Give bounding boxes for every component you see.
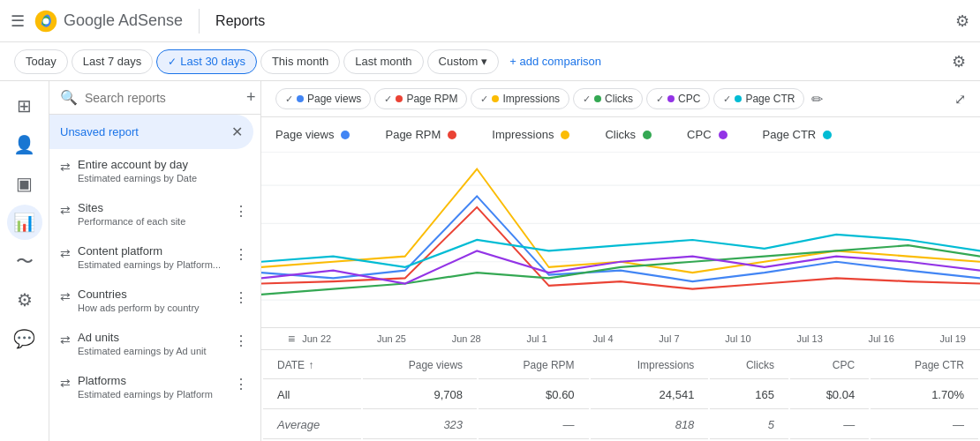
metric-chip-impressions[interactable]: Impressions bbox=[471, 88, 569, 109]
legend-pagectr-label: Page CTR bbox=[763, 128, 817, 141]
sidebar-item-more-icon-2[interactable]: ⋮ bbox=[232, 244, 250, 265]
legend-pageviews-dot bbox=[341, 131, 350, 139]
sidebar-item-more-icon-3[interactable]: ⋮ bbox=[232, 288, 250, 308]
legend-clicks: Clicks bbox=[605, 128, 652, 141]
row-all-pagectr: 1.70% bbox=[871, 381, 978, 409]
row-avg-cpc: — bbox=[790, 411, 869, 439]
cpc-dot bbox=[667, 95, 675, 102]
content-area: Page views Page RPM Impressions Clicks C… bbox=[261, 81, 980, 441]
settings-icon[interactable]: ⚙ bbox=[955, 11, 969, 31]
legend-clicks-label: Clicks bbox=[605, 128, 636, 141]
nav-feedback-icon[interactable]: 💬 bbox=[7, 321, 42, 356]
nav-ads-icon[interactable]: ▣ bbox=[7, 166, 42, 201]
table-row-average: Average 323 — 818 5 — — bbox=[263, 411, 978, 439]
sidebar-item-title: Platforms bbox=[78, 374, 225, 387]
nav-home-icon[interactable]: ⊞ bbox=[7, 88, 42, 123]
sidebar-sync-icon-2: ⇄ bbox=[60, 203, 71, 217]
edit-metrics-icon[interactable]: ✏ bbox=[811, 91, 823, 108]
impressions-dot bbox=[492, 95, 499, 102]
sidebar-item-title: Sites bbox=[78, 201, 225, 214]
last-month-filter-button[interactable]: Last month bbox=[343, 49, 423, 74]
sidebar-item-more-icon-4[interactable]: ⋮ bbox=[232, 331, 250, 351]
sidebar: 🔍 + Unsaved report ✕ ⇄ Entire account by… bbox=[49, 81, 261, 441]
left-nav: ⊞ 👤 ▣ 📊 〜 ⚙ 💬 bbox=[0, 81, 49, 441]
legend-pagerpm-dot bbox=[448, 131, 456, 139]
add-report-icon[interactable]: + bbox=[246, 88, 256, 107]
sidebar-item-title: Countries bbox=[78, 288, 225, 301]
row-avg-impressions: 818 bbox=[591, 411, 709, 439]
row-all-impressions: 24,541 bbox=[591, 381, 709, 409]
chart-area bbox=[261, 153, 980, 327]
menu-icon[interactable]: ☰ bbox=[11, 11, 25, 31]
metric-chip-pagerpm[interactable]: Page RPM bbox=[374, 88, 467, 109]
row-avg-date: Average bbox=[263, 411, 361, 439]
filterbar: Today Last 7 days Last 30 days This mont… bbox=[0, 42, 980, 81]
sidebar-item-unsaved[interactable]: Unsaved report ✕ bbox=[49, 115, 253, 149]
legend-cpc-dot bbox=[719, 131, 727, 139]
th-cpc[interactable]: CPC bbox=[790, 352, 869, 379]
last30-filter-button[interactable]: Last 30 days bbox=[156, 49, 257, 74]
sidebar-sync-icon-4: ⇄ bbox=[60, 289, 71, 303]
metric-chip-pagectr[interactable]: Page CTR bbox=[713, 88, 804, 109]
sidebar-item-countries[interactable]: ⇄ Countries How ads perform by country ⋮ bbox=[49, 279, 260, 322]
nav-reports-icon[interactable]: 📊 bbox=[7, 205, 42, 240]
logo: Google AdSense bbox=[34, 9, 183, 34]
th-clicks[interactable]: Clicks bbox=[710, 352, 788, 379]
th-date[interactable]: DATE ↑ bbox=[263, 352, 361, 379]
custom-filter-button[interactable]: Custom ▾ bbox=[427, 49, 500, 74]
sidebar-item-more-icon-5[interactable]: ⋮ bbox=[232, 374, 250, 394]
row-all-pagerpm: $0.60 bbox=[479, 381, 589, 409]
adsense-logo-icon bbox=[34, 9, 58, 34]
sidebar-item-subtitle: Estimated earnings by Platform bbox=[78, 389, 225, 400]
metric-chip-pageviews[interactable]: Page views bbox=[275, 88, 371, 109]
sidebar-item-platforms[interactable]: ⇄ Platforms Estimated earnings by Platfo… bbox=[49, 365, 260, 408]
x-axis-filter-icon[interactable]: ≡ bbox=[288, 332, 295, 346]
legend-pagectr: Page CTR bbox=[763, 128, 833, 141]
table-row-all: All 9,708 $0.60 24,541 165 $0.04 1.70% bbox=[263, 381, 978, 409]
legend-impressions-label: Impressions bbox=[492, 128, 554, 141]
topbar: ☰ Google AdSense Reports ⚙ bbox=[0, 0, 980, 42]
sidebar-item-subtitle: Performance of each site bbox=[78, 216, 225, 227]
th-pagectr[interactable]: Page CTR bbox=[871, 352, 978, 379]
legend-clicks-dot bbox=[643, 131, 652, 139]
sidebar-item-subtitle: Estimated earnings by Platform... bbox=[78, 259, 225, 270]
th-pageviews[interactable]: Page views bbox=[363, 352, 477, 379]
th-impressions[interactable]: Impressions bbox=[591, 352, 709, 379]
row-avg-pagectr: — bbox=[871, 411, 978, 439]
last7-filter-button[interactable]: Last 7 days bbox=[72, 49, 154, 74]
sidebar-sync-icon-3: ⇄ bbox=[60, 246, 71, 260]
search-input[interactable] bbox=[85, 91, 239, 105]
topbar-divider bbox=[199, 9, 200, 34]
sidebar-item-ad-units[interactable]: ⇄ Ad units Estimated earnings by Ad unit… bbox=[49, 322, 260, 365]
nav-account-icon[interactable]: 👤 bbox=[7, 127, 42, 162]
row-avg-pageviews: 323 bbox=[363, 411, 477, 439]
sidebar-item-entire-account[interactable]: ⇄ Entire account by day Estimated earnin… bbox=[49, 149, 260, 192]
sidebar-item-more-icon[interactable]: ⋮ bbox=[232, 201, 250, 221]
clicks-dot bbox=[594, 95, 601, 102]
sidebar-item-content-platform[interactable]: ⇄ Content platform Estimated earnings by… bbox=[49, 235, 260, 279]
metric-chip-clicks[interactable]: Clicks bbox=[573, 88, 643, 109]
add-comparison-button[interactable]: + add comparison bbox=[509, 55, 601, 68]
th-pagerpm[interactable]: Page RPM bbox=[479, 352, 589, 379]
main-layout: ⊞ 👤 ▣ 📊 〜 ⚙ 💬 🔍 + Unsaved report ✕ ⇄ Ent… bbox=[0, 81, 980, 441]
nav-analytics-icon[interactable]: 〜 bbox=[7, 243, 42, 279]
nav-settings-icon[interactable]: ⚙ bbox=[7, 282, 42, 318]
metric-chip-cpc[interactable]: CPC bbox=[646, 88, 710, 109]
sidebar-item-sites[interactable]: ⇄ Sites Performance of each site ⋮ bbox=[49, 192, 260, 235]
today-filter-button[interactable]: Today bbox=[14, 49, 68, 74]
sidebar-item-subtitle: How ads perform by country bbox=[78, 303, 225, 313]
this-month-filter-button[interactable]: This month bbox=[260, 49, 340, 74]
sidebar-item-title: Entire account by day bbox=[78, 158, 250, 171]
row-avg-clicks: 5 bbox=[710, 411, 788, 439]
row-all-cpc: $0.04 bbox=[790, 381, 869, 409]
sidebar-sync-icon: ⇄ bbox=[60, 160, 71, 174]
pageviews-dot bbox=[297, 95, 304, 102]
svg-point-1 bbox=[43, 18, 49, 24]
chart-expand-icon[interactable]: ⤢ bbox=[954, 91, 966, 108]
sidebar-item-close-icon[interactable]: ✕ bbox=[231, 123, 243, 140]
logo-text: Google AdSense bbox=[64, 11, 183, 30]
filterbar-settings-icon[interactable]: ⚙ bbox=[952, 52, 966, 71]
row-all-clicks: 165 bbox=[710, 381, 788, 409]
metrics-bar: Page views Page RPM Impressions Clicks C… bbox=[261, 81, 980, 117]
sidebar-item-title: Ad units bbox=[78, 331, 225, 344]
